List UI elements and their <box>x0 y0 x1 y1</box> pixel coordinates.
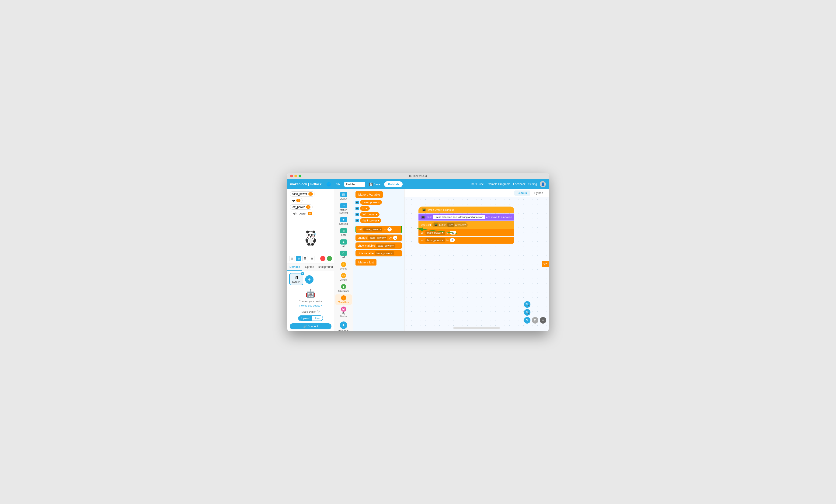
category-events[interactable]: ⚡ Events <box>336 261 352 271</box>
variable-badge[interactable]: base_power 0 <box>290 191 315 196</box>
variable-badge[interactable]: kp 0 <box>290 198 303 203</box>
set2-value[interactable]: 0 <box>450 238 455 242</box>
category-lan[interactable]: ⊞ LAN <box>336 227 352 237</box>
var-check-kp[interactable] <box>356 207 359 210</box>
view-icon-3[interactable]: ☰ <box>302 256 308 261</box>
connect-text: Connect your device <box>299 300 322 303</box>
maximize-button[interactable] <box>299 175 301 177</box>
project-name-input[interactable] <box>344 182 365 187</box>
settings-button[interactable]: ⚙ <box>532 317 538 324</box>
set1-value[interactable]: 30 <box>450 231 456 234</box>
set-var-dropdown[interactable]: base_power ▾ <box>363 228 382 232</box>
save-button[interactable]: 💾 Save <box>367 181 382 187</box>
canvas-tools: 🔍 🔍 ⟳ ⚙ = <box>524 301 546 324</box>
category-operators[interactable]: + Operators <box>336 283 352 293</box>
make-variable-button[interactable]: Make a Variable <box>356 191 383 198</box>
minimize-button[interactable] <box>294 175 297 177</box>
change-value-input[interactable]: 1 <box>393 236 397 240</box>
cyberpi-device-card[interactable]: ✕ 🖥 CyberPi <box>289 273 303 285</box>
upload-mode-btn[interactable]: Upload <box>299 316 312 321</box>
add-device-button[interactable]: + <box>305 275 314 284</box>
hide-var-dropdown[interactable]: base_power ▾ <box>375 251 394 255</box>
zoom-in-button[interactable]: 🔍 <box>524 301 530 308</box>
globe-icon-btn[interactable]: 🌐 <box>325 181 332 188</box>
wait-until-block[interactable]: wait until 📟 button B ▾ pressed? <box>418 221 514 229</box>
close-button[interactable] <box>290 175 293 177</box>
button-dropdown[interactable]: B ▾ <box>448 223 454 227</box>
add-extension-button[interactable]: + <box>340 322 347 329</box>
var-check-base-power[interactable] <box>356 201 359 204</box>
horizontal-scrollbar[interactable] <box>453 327 500 329</box>
blocks-workspace[interactable]: 📟 when CyberPi starts up 📟 print Press B… <box>404 197 549 331</box>
feedback-link[interactable]: Feedback <box>513 182 526 186</box>
view-icon-1[interactable]: ⊞ <box>289 256 295 261</box>
equals-button[interactable]: = <box>540 317 546 324</box>
tab-devices[interactable]: Devices <box>287 264 302 271</box>
svg-point-2 <box>306 231 309 233</box>
run-button[interactable] <box>327 256 332 261</box>
connect-main-btn[interactable]: 🔗 Connect <box>290 323 331 329</box>
left-panel: base_power 0 kp 0 left_power 0 right_pow… <box>287 189 334 331</box>
tab-blocks[interactable]: Blocks <box>514 191 530 196</box>
code-canvas: Blocks Python 📟 when CyberPi starts up 📟… <box>404 189 549 331</box>
set-0-block[interactable]: set base_power ▾ to 0 <box>418 237 514 244</box>
user-guide-link[interactable]: User Guide <box>470 182 484 186</box>
wait-condition[interactable]: 📟 button B ▾ pressed? <box>432 222 468 227</box>
var-block-left-power[interactable]: left_power ▾ <box>360 212 380 217</box>
set-30-block[interactable]: set base_power ▾ to 30 <box>418 229 514 236</box>
category-my-blocks[interactable]: ▣ MyBlocks <box>336 306 352 319</box>
variable-badge[interactable]: right_power 0 <box>290 211 314 216</box>
category-variables[interactable]: x Variables <box>336 294 352 305</box>
set-variable-block[interactable]: set base_power ▾ to 0 <box>356 226 402 233</box>
setting-link[interactable]: Setting <box>528 182 537 186</box>
tab-background[interactable]: Background <box>317 264 334 271</box>
mode-switch-label: Mode Switch <box>302 310 316 313</box>
svg-point-15 <box>308 238 313 244</box>
change-var-dropdown[interactable]: base_power ▾ <box>368 236 387 240</box>
publish-button[interactable]: Publish <box>384 181 403 187</box>
show-var-dropdown[interactable]: base_power ▾ <box>376 244 395 248</box>
set-value-input[interactable]: 0 <box>387 227 392 232</box>
category-ai[interactable]: ◈ AI <box>336 238 352 249</box>
avatar[interactable]: 👤 <box>540 181 546 187</box>
var-block-right-power[interactable]: right_power ▾ <box>360 218 381 223</box>
variable-badge[interactable]: left_power 0 <box>290 205 312 210</box>
tab-python[interactable]: Python <box>531 191 546 196</box>
change-variable-block[interactable]: change base_power ▾ by 1 <box>356 234 402 241</box>
title-bar: mBlock v5.4.3 <box>287 173 549 179</box>
code-icon[interactable]: </> <box>542 261 549 267</box>
show-variable-block[interactable]: show variable base_power ▾ <box>356 243 402 249</box>
category-control[interactable]: ⟳ Control <box>336 272 352 282</box>
var-check-left-power[interactable] <box>356 213 359 216</box>
block-stack-main: 📟 when CyberPi starts up 📟 print Press B… <box>418 207 514 244</box>
category-iot[interactable]: ⬡ IoT <box>336 250 352 260</box>
category-display[interactable]: ▦ Display <box>336 191 352 201</box>
print-text-input[interactable]: Press B to start line following and A to… <box>433 215 485 219</box>
var-check-right-power[interactable] <box>356 219 359 222</box>
device-close-icon[interactable]: ✕ <box>301 272 304 275</box>
example-programs-link[interactable]: Example Programs <box>487 182 510 186</box>
how-to-link[interactable]: How to use device? <box>300 304 322 307</box>
var-block-kp[interactable]: kp ▾ <box>360 206 370 211</box>
hide-variable-block[interactable]: hide variable base_power ▾ <box>356 250 402 256</box>
device-icon: 🖥 <box>291 275 301 280</box>
file-menu-btn[interactable]: File <box>334 181 342 187</box>
category-motion-sensing[interactable]: ↗ MotionSensing <box>336 202 352 215</box>
hat-block[interactable]: 📟 when CyberPi starts up <box>418 207 514 213</box>
view-icons: ⊞ ⊟ ☰ ⊞ <box>289 256 315 261</box>
var-block-base-power[interactable]: base_power ▾ <box>360 200 382 205</box>
set2-var-dropdown[interactable]: base_power ▾ <box>425 238 445 242</box>
live-mode-btn[interactable]: Live <box>312 316 323 321</box>
set1-var-dropdown[interactable]: base_power ▾ <box>425 231 445 235</box>
make-list-button[interactable]: Make a List <box>356 259 377 266</box>
tab-sprites[interactable]: Sprites <box>302 264 317 271</box>
view-icon-2[interactable]: ⊟ <box>296 256 301 261</box>
view-icon-4[interactable]: ⊞ <box>309 256 315 261</box>
category-sensing[interactable]: ◈ Sensing <box>336 216 352 226</box>
zoom-out-button[interactable]: 🔍 <box>524 309 530 316</box>
stop-button[interactable] <box>320 256 325 261</box>
mode-switch-info-icon: ⓘ <box>317 310 320 313</box>
reset-view-button[interactable]: ⟳ <box>524 317 530 324</box>
panda-sprite <box>301 228 320 247</box>
print-block[interactable]: 📟 print Press B to start line following … <box>418 214 514 220</box>
